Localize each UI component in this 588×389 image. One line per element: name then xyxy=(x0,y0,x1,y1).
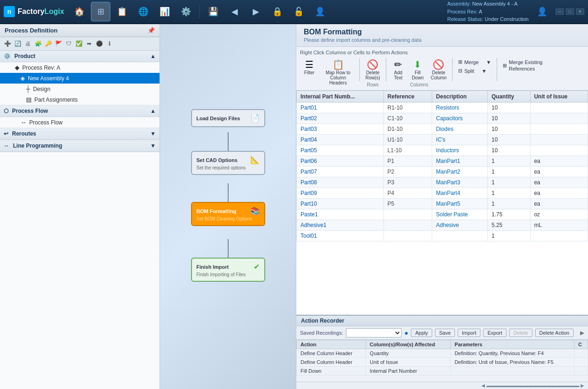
tree-item-process-rev[interactable]: ◆ Process Rev: A xyxy=(0,62,160,73)
cell-unit xyxy=(530,124,588,135)
ar-saved-select[interactable] xyxy=(346,328,402,337)
table-button[interactable]: 📊 xyxy=(155,2,174,21)
ar-export-button[interactable]: Export xyxy=(483,329,506,337)
delete-rows-button[interactable]: 🚫 DeleteRow(s) xyxy=(363,58,383,82)
bom-table-row[interactable]: Part01 R1-10 Resistors 10 xyxy=(297,103,588,113)
right-panel: BOM Formatting Please define import colu… xyxy=(296,24,588,389)
bom-table-row[interactable]: Part08 P3 ManPart3 1 ea xyxy=(297,177,588,188)
cell-part-num: Part10 xyxy=(297,199,384,209)
col-header-unit[interactable]: Unit of Issue xyxy=(530,91,588,103)
person-button[interactable]: 👤 xyxy=(310,2,330,21)
wf-step-load-design[interactable]: Load Design Files 📄 xyxy=(191,109,265,127)
home-button[interactable]: 🏠 xyxy=(70,2,89,21)
bom-table-row[interactable]: Part09 P4 ManPart4 1 ea xyxy=(297,188,588,199)
reroutes-section-header[interactable]: ↩ Reroutes ▼ xyxy=(0,128,160,140)
ar-table-row[interactable]: Fill Down Internal Part Number xyxy=(297,367,588,376)
map-row-label: Map Row to Column Headers xyxy=(324,70,352,85)
line-programming-section-header[interactable]: ↔ Line Programming ▼ xyxy=(0,140,160,152)
globe-button[interactable]: 🌐 xyxy=(134,2,153,21)
bom-table-row[interactable]: Tool01 1 xyxy=(297,231,588,241)
info-button[interactable]: ℹ xyxy=(105,39,114,48)
ar-apply-button[interactable]: Apply xyxy=(411,329,432,337)
wf-step-finish-import[interactable]: Finish Import ✔ Finish Importing of File… xyxy=(191,258,265,282)
cell-reference xyxy=(383,209,432,220)
print-button[interactable]: 🖨 xyxy=(23,39,32,48)
merge-existing-button[interactable]: ⊞ Merge Existing References xyxy=(500,58,556,73)
ar-horiz-scroll[interactable]: ◀ ▬▬▬▬▬▬▬▬▬▬▬▬▬▬▬▬▬▬▬▬ ▶ xyxy=(481,383,584,388)
tree-item-design[interactable]: ┼ Design xyxy=(0,84,160,94)
close-button[interactable]: ✕ xyxy=(576,8,584,15)
cell-quantity: 1 xyxy=(488,199,530,209)
bom-table-row[interactable]: Part10 P5 ManPart5 1 ea xyxy=(297,199,588,209)
pin-icon[interactable]: 📌 xyxy=(147,27,155,34)
check-button[interactable]: ✅ xyxy=(74,39,83,48)
add-button[interactable]: ➕ xyxy=(3,39,12,48)
minimize-button[interactable]: ─ xyxy=(556,8,564,15)
bom-table-row[interactable]: Part07 P2 ManPart2 1 ea xyxy=(297,167,588,177)
fill-down-button[interactable]: ⬇ FillDown xyxy=(409,58,427,82)
delete-column-button[interactable]: 🚫 DeleteColumn xyxy=(428,58,449,82)
process-flow-child-label: Process Flow xyxy=(29,119,63,126)
wf-step-set-cad[interactable]: Set CAD Options 📐 Set the required optio… xyxy=(191,151,265,175)
col-header-description[interactable]: Description xyxy=(432,91,488,103)
cell-reference: P5 xyxy=(383,199,432,209)
puzzle-button[interactable]: 🧩 xyxy=(33,39,43,48)
bom-table-row[interactable]: Paste1 Solder Paste 1.75 oz xyxy=(297,209,588,220)
add-text-icon: ✏ xyxy=(394,60,402,69)
ar-table-row[interactable]: Define Column Header Quantity Definition… xyxy=(297,349,588,358)
col-header-part-num[interactable]: Internal Part Numb... xyxy=(297,91,384,103)
filter-button[interactable]: ☰ Filter xyxy=(300,58,319,77)
forward-button[interactable]: ▶ xyxy=(246,2,266,21)
cell-part-num: Part06 xyxy=(297,156,384,167)
merge-dropdown-button[interactable]: ▼ xyxy=(483,58,494,66)
tree-item-new-assembly[interactable]: ◈ New Assembly 4 xyxy=(0,73,160,84)
bom-table-row[interactable]: Part03 D1-10 Diodes 10 xyxy=(297,124,588,135)
wf-step-bom-format[interactable]: BOM Formatting 📚 Set BOM Cleaning Option… xyxy=(191,202,265,226)
bom-table-row[interactable]: Adhesive1 Adhesive 5.25 mL xyxy=(297,220,588,231)
col-header-quantity[interactable]: Quantity xyxy=(488,91,530,103)
map-row-button[interactable]: 📋 Map Row to Column Headers xyxy=(321,58,355,87)
tree-item-part-assignments[interactable]: ▤ Part Assignments xyxy=(0,94,160,105)
toolbar-sep-4 xyxy=(497,58,497,81)
bom-table-row[interactable]: Part05 L1-10 Inductors 10 xyxy=(297,145,588,156)
center-panel: Load Design Files 📄 Set CAD Options 📐 Se… xyxy=(160,24,296,389)
unlock-button[interactable]: 🔓 xyxy=(289,2,308,21)
ar-table-row[interactable]: Define Column Header Unit of Issue Defin… xyxy=(297,358,588,367)
arrow-button[interactable]: ➡ xyxy=(84,39,94,48)
ar-import-button[interactable]: Import xyxy=(458,329,480,337)
ar-delete-action-button[interactable]: Delete Action xyxy=(535,329,574,337)
gear-button[interactable]: ⚙️ xyxy=(176,2,196,21)
bom-table-area[interactable]: Internal Part Numb... Reference Descript… xyxy=(296,91,588,315)
back-button[interactable]: ◀ xyxy=(225,2,244,21)
doc-button[interactable]: 📋 xyxy=(112,2,132,21)
split-dropdown-button[interactable]: ▼ xyxy=(479,67,490,75)
bom-table-row[interactable]: Part02 C1-10 Capacitors 10 xyxy=(297,113,588,124)
grid-button[interactable]: ⊞ xyxy=(91,2,110,21)
refresh-button[interactable]: 🔄 xyxy=(13,39,22,48)
merge-button[interactable]: ⊞ Merge xyxy=(455,58,481,66)
bom-table-row[interactable]: Part06 P1 ManPart1 1 ea xyxy=(297,156,588,167)
dot-button[interactable]: ⚫ xyxy=(95,39,104,48)
ar-table-area[interactable]: Action Column(s)/Row(s) Affected Paramet… xyxy=(296,340,588,382)
process-flow-section-header[interactable]: ⬡ Process Flow ▲ xyxy=(0,105,160,117)
split-button[interactable]: ⊟ Split xyxy=(455,67,477,75)
add-text-button[interactable]: ✏ AddText xyxy=(389,58,408,82)
cell-description: ManPart2 xyxy=(432,167,488,177)
flag-button[interactable]: 🚩 xyxy=(54,39,63,48)
ar-delete-button[interactable]: Delete xyxy=(509,329,532,337)
cell-part-num: Part07 xyxy=(297,167,384,177)
tree-item-process-flow-child[interactable]: ↔ Process Flow xyxy=(0,117,160,128)
product-section-header[interactable]: ⚙️ Product ▲ xyxy=(0,51,160,62)
shield-button[interactable]: 🛡 xyxy=(64,39,73,48)
save-button[interactable]: 💾 xyxy=(204,2,223,21)
toolbar-sep-1 xyxy=(359,58,360,81)
col-header-reference[interactable]: Reference xyxy=(383,91,432,103)
restore-button[interactable]: □ xyxy=(566,8,574,15)
lock-button[interactable]: 🔒 xyxy=(268,2,287,21)
bom-toolbar-area: Right Click Columns or Cells to Perform … xyxy=(296,47,588,91)
ar-save-button[interactable]: Save xyxy=(435,329,455,337)
user-button[interactable]: 👤 xyxy=(532,2,552,21)
key-button[interactable]: 🔑 xyxy=(44,39,53,48)
bom-table-row[interactable]: Part04 U1-10 IC's 10 xyxy=(297,135,588,145)
ar-header-row: Action Column(s)/Row(s) Affected Paramet… xyxy=(297,340,588,349)
